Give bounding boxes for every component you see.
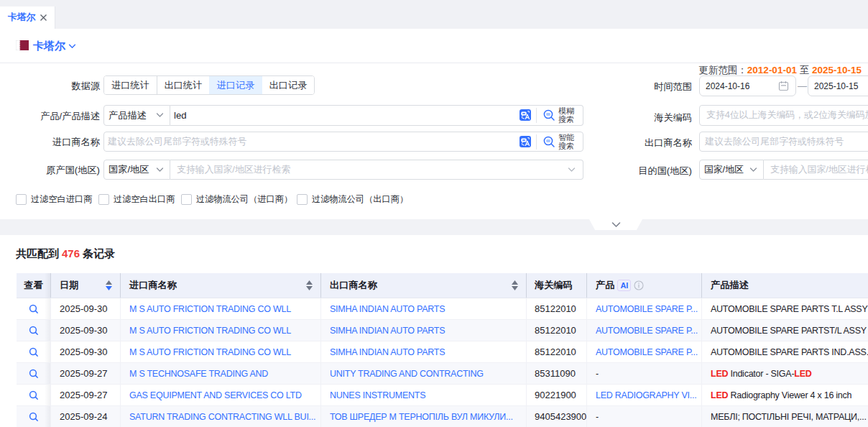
select-value: 国家/地区 <box>108 163 149 176</box>
importer-link[interactable]: M S AUTO FRICTION TRADING CO WLL <box>129 347 291 357</box>
search-icon <box>542 135 556 149</box>
origin-country-select[interactable]: 国家/地区 <box>103 160 170 180</box>
exporter-cell: NUNES INSTRUMENTS <box>321 385 527 405</box>
product-cell: AUTOMOBILE SPARE P... <box>587 298 702 319</box>
exporter-link[interactable]: SIMHA INDIAN AUTO PARTS <box>330 347 445 357</box>
cell-text: - <box>596 369 599 379</box>
col-label: 海关编码 <box>535 279 573 292</box>
table-row: 2025-09-30M S AUTO FRICTION TRADING CO W… <box>17 320 868 341</box>
hs-cell: 85122010 <box>527 320 587 341</box>
update-range-prefix: 更新范围： <box>698 65 747 75</box>
view-search-icon <box>29 390 39 400</box>
datasource-label: 数据源 <box>0 80 100 93</box>
col-hs: 海关编码 <box>527 273 587 298</box>
view-record-button[interactable] <box>29 369 39 379</box>
qatar-flag-icon <box>16 40 29 50</box>
hs-cell: 85122010 <box>527 298 587 319</box>
datasource-option[interactable]: 出口记录 <box>262 76 314 94</box>
exporter-label: 出口商名称 <box>560 137 692 150</box>
importer-link[interactable]: SATURN TRADING CONTRACTING WLL BUI... <box>129 412 315 422</box>
hs-code-input[interactable]: 支持4位以上海关编码，或2位海关编码加上 <box>699 105 868 126</box>
importer-link[interactable]: GAS EQUIPMENT AND SERVICES CO LTD <box>129 390 302 400</box>
product-link[interactable]: AUTOMOBILE SPARE P... <box>596 347 698 357</box>
title-chevron-down-icon[interactable] <box>68 44 76 49</box>
origin-input[interactable]: 支持输入国家/地区进行检索 <box>170 160 583 180</box>
col-label: 日期 <box>60 279 78 292</box>
filter-checkbox[interactable]: 过滤物流公司（出口商） <box>297 193 408 206</box>
exporter-link[interactable]: UNITY TRADING AND CONTRACTING <box>330 369 484 379</box>
select-value: 产品描述 <box>108 109 147 122</box>
importer-link[interactable]: M S TECHNOSAFE TRADING AND <box>129 369 268 379</box>
checkbox-icon[interactable] <box>16 194 27 205</box>
importer-input[interactable]: 建议去除公司尾部字符或特殊符号 <box>103 132 583 152</box>
update-range-end: 2025-10-15 <box>812 65 862 75</box>
translate-icon[interactable] <box>520 136 531 147</box>
hs-cell: 9405423900 <box>527 406 587 427</box>
caret-down-icon <box>106 286 112 290</box>
destination-country-select[interactable]: 国家/地区 <box>699 160 764 180</box>
importer-cell: M S AUTO FRICTION TRADING CO WLL <box>121 298 321 319</box>
exporter-link[interactable]: ТОВ ШРЕДЕР М ТЕРНОПІЛЬ ВУЛ МИКУЛИ... <box>330 412 513 422</box>
exporter-link[interactable]: SIMHA INDIAN AUTO PARTS <box>330 326 445 336</box>
desc-cell: AUTOMOBILE SPARE PARTS T.L ASSY ... <box>702 298 868 319</box>
page-title: 卡塔尔 <box>33 40 65 53</box>
date-end-value: 2025-10-15 <box>814 81 858 91</box>
datasource-segmented: 进口统计出口统计进口记录出口记录 <box>103 75 315 95</box>
product-link[interactable]: AUTOMOBILE SPARE P... <box>596 326 698 336</box>
filter-checkbox[interactable]: 过滤空白进口商 <box>16 193 92 206</box>
date-cell: 2025-09-30 <box>51 341 121 362</box>
exporter-cell: UNITY TRADING AND CONTRACTING <box>321 363 527 384</box>
date-end-input[interactable]: 2025-10-15 <box>808 75 868 96</box>
calendar-icon <box>778 81 789 91</box>
cell-text: - <box>596 412 599 422</box>
info-icon[interactable] <box>634 280 644 290</box>
destination-input[interactable]: 支持输入国家/地区进行检索 <box>764 160 868 180</box>
filter-checkbox[interactable]: 过滤空白出口商 <box>98 193 175 206</box>
product-cell: - <box>587 406 702 427</box>
checkbox-icon[interactable] <box>98 194 109 205</box>
exporter-input[interactable]: 建议去除公司尾部字符或特殊符号 <box>699 132 868 152</box>
sort-exporter[interactable] <box>512 280 518 290</box>
collapse-toggle[interactable] <box>589 219 642 230</box>
divider <box>536 134 537 150</box>
view-record-button[interactable] <box>29 326 39 336</box>
exporter-link[interactable]: SIMHA INDIAN AUTO PARTS <box>330 304 445 314</box>
desc-cell: AUTOMOBILE SPARE PARTS IND.ASS... <box>702 341 868 362</box>
checkbox-icon[interactable] <box>297 194 308 205</box>
product-link[interactable]: AUTOMOBILE SPARE P... <box>596 304 698 314</box>
col-label: 产品 <box>596 279 614 292</box>
table-row: 2025-09-24SATURN TRADING CONTRACTING WLL… <box>17 406 868 427</box>
chevron-down-icon <box>156 113 164 118</box>
translate-icon[interactable] <box>520 109 531 121</box>
sort-importer[interactable] <box>306 280 313 290</box>
origin-label: 原产国(地区) <box>0 164 100 177</box>
datasource-option[interactable]: 进口记录 <box>209 76 262 94</box>
col-label: 进口商名称 <box>129 279 177 292</box>
importer-link[interactable]: M S AUTO FRICTION TRADING CO WLL <box>129 326 291 336</box>
col-label: 查看 <box>24 279 42 292</box>
result-count-number: 476 <box>59 247 83 260</box>
date-start-input[interactable]: 2024-10-16 <box>699 75 796 96</box>
hs-cell: 85311090 <box>527 363 587 384</box>
caret-up-icon <box>106 280 112 285</box>
datasource-option[interactable]: 出口统计 <box>157 76 209 94</box>
placeholder: 支持输入国家/地区进行检索 <box>177 164 290 176</box>
product-type-select[interactable]: 产品描述 <box>103 105 170 126</box>
view-record-button[interactable] <box>29 412 39 422</box>
exporter-link[interactable]: NUNES INSTRUMENTS <box>330 390 425 400</box>
result-count: 共匹配到476条记录 <box>16 247 115 261</box>
datasource-option[interactable]: 进口统计 <box>104 76 157 94</box>
desc-cell: МЕБЛІ; ПОСТІЛЬНІ РЕЧІ, МАТРАЦИ,... <box>702 406 868 427</box>
importer-link[interactable]: M S AUTO FRICTION TRADING CO WLL <box>129 304 291 314</box>
results-table: 查看 日期 进口商名称 <box>17 273 868 427</box>
close-icon[interactable] <box>39 13 48 22</box>
view-record-button[interactable] <box>29 347 39 357</box>
checkbox-icon[interactable] <box>181 194 192 205</box>
product-link[interactable]: LED RADIOGRAPHY VI... <box>596 390 696 400</box>
filter-checkbox[interactable]: 过滤物流公司（进口商） <box>181 193 292 206</box>
view-record-button[interactable] <box>29 304 39 314</box>
sort-date[interactable] <box>106 280 112 290</box>
col-product: 产品 AI <box>587 273 702 298</box>
view-record-button[interactable] <box>29 390 39 400</box>
tab-qatar[interactable]: 卡塔尔 <box>0 6 55 29</box>
